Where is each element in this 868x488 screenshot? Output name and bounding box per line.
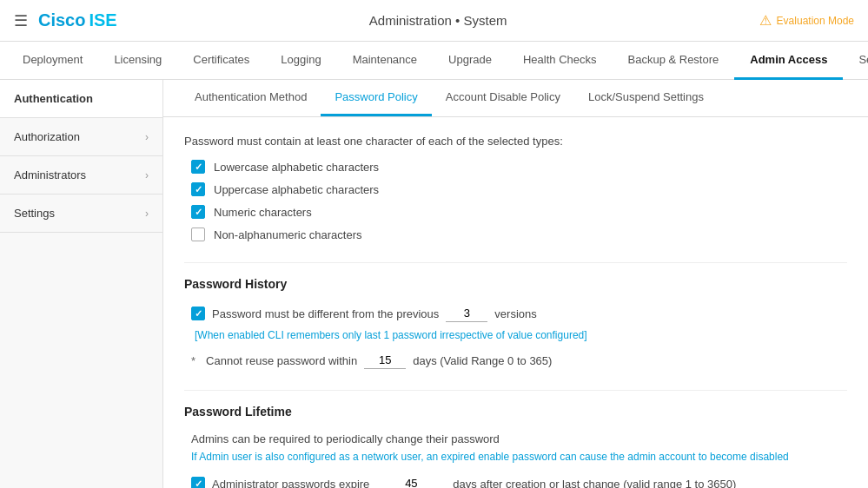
tab-healthchecks[interactable]: Health Checks [507, 42, 613, 80]
history-note: [When enabled CLI remembers only last 1 … [195, 329, 587, 341]
sidebar: Authentication Authorization › Administr… [0, 80, 163, 488]
subtab-password-policy[interactable]: Password Policy [321, 80, 431, 116]
history-versions-row: Password must be different from the prev… [191, 305, 847, 341]
checkbox-row-numeric: Numeric characters [191, 205, 847, 219]
sidebar-item-administrators[interactable]: Administrators › [0, 156, 162, 195]
expire-prefix-label: Administrator passwords expire [212, 478, 369, 489]
sidebar-item-authentication-label: Authentication [14, 92, 93, 105]
expire-suffix-label: days after creation or last change (vali… [453, 478, 736, 489]
cisco-logo: Cisco ISE [38, 10, 117, 30]
asterisk-icon: * [191, 354, 195, 367]
top-bar: ☰ Cisco ISE Administration • System ⚠ Ev… [0, 0, 868, 42]
reuse-days-input[interactable] [364, 352, 406, 369]
password-types-section: Password must contain at least one chara… [184, 135, 847, 241]
hamburger-icon[interactable]: ☰ [14, 11, 28, 30]
tab-maintenance[interactable]: Maintenance [337, 42, 433, 80]
password-history-section: Password History Password must be differ… [184, 277, 847, 369]
password-lifetime-title: Password Lifetime [184, 405, 847, 419]
password-history-title: Password History [184, 277, 847, 291]
tab-certificates[interactable]: Certificates [177, 42, 265, 80]
form-content: Password must contain at least one chara… [163, 117, 868, 488]
expire-days-input[interactable] [376, 475, 446, 488]
password-types-description: Password must contain at least one chara… [184, 135, 847, 148]
reuse-suffix-label: days (Valid Range 0 to 365) [413, 354, 552, 367]
tab-deployment[interactable]: Deployment [7, 42, 98, 80]
checkbox-lowercase[interactable] [191, 160, 205, 174]
lifetime-warning: If Admin user is also configured as a ne… [191, 451, 847, 463]
subtab-account-disable[interactable]: Account Disable Policy [432, 80, 574, 116]
tab-backuprestore[interactable]: Backup & Restore [613, 42, 735, 80]
checkbox-numeric[interactable] [191, 205, 205, 219]
chevron-right-icon: › [145, 169, 149, 181]
content-area: Authentication Method Password Policy Ac… [163, 80, 868, 488]
eval-mode-badge: ⚠ Evaluation Mode [759, 12, 854, 29]
label-numeric: Numeric characters [214, 206, 312, 219]
lifetime-description: Admins can be required to periodically c… [191, 432, 847, 445]
expire-row: Administrator passwords expire days afte… [191, 475, 847, 488]
label-nonalpha: Non-alphanumeric characters [214, 228, 362, 241]
tab-settings[interactable]: Settings [843, 42, 868, 80]
subtab-lock-suspend[interactable]: Lock/Suspend Settings [574, 80, 718, 116]
sidebar-item-administrators-label: Administrators [14, 168, 86, 181]
sidebar-item-settings-label: Settings [14, 207, 55, 220]
ise-text: ISE [89, 10, 116, 30]
checkbox-history[interactable] [191, 307, 205, 320]
tab-licensing[interactable]: Licensing [98, 42, 177, 80]
divider-1 [184, 262, 847, 263]
label-lowercase: Lowercase alphabetic characters [214, 161, 379, 174]
page-title: Administration • System [117, 13, 759, 28]
checkbox-row-uppercase: Uppercase alphabetic characters [191, 182, 847, 196]
tab-upgrade[interactable]: Upgrade [433, 42, 507, 80]
checkbox-row-nonalpha: Non-alphanumeric characters [191, 228, 847, 241]
history-prefix-label: Password must be different from the prev… [212, 307, 439, 320]
tab-adminaccess[interactable]: Admin Access [734, 42, 843, 80]
checkbox-uppercase[interactable] [191, 182, 205, 196]
sidebar-item-authorization[interactable]: Authorization › [0, 118, 162, 156]
reuse-prefix-label: Cannot reuse password within [206, 354, 357, 367]
checkbox-nonalpha[interactable] [191, 228, 205, 241]
eval-mode-label: Evaluation Mode [777, 15, 854, 27]
sub-tabs: Authentication Method Password Policy Ac… [163, 80, 868, 117]
tab-logging[interactable]: Logging [265, 42, 336, 80]
nav-tabs: Deployment Licensing Certificates Loggin… [0, 42, 868, 80]
sidebar-item-settings[interactable]: Settings › [0, 195, 162, 233]
history-versions-input[interactable] [446, 305, 487, 322]
chevron-right-icon: › [145, 208, 149, 220]
chevron-right-icon: › [145, 131, 149, 143]
history-versions-label: versions [494, 307, 536, 320]
main-layout: Authentication Authorization › Administr… [0, 80, 868, 488]
warning-icon: ⚠ [759, 12, 772, 29]
label-uppercase: Uppercase alphabetic characters [214, 183, 379, 196]
subtab-auth-method[interactable]: Authentication Method [181, 80, 321, 116]
history-reuse-row: * Cannot reuse password within days (Val… [191, 352, 847, 369]
checkbox-expire[interactable] [191, 477, 205, 488]
divider-2 [184, 390, 847, 391]
checkbox-row-lowercase: Lowercase alphabetic characters [191, 160, 847, 174]
password-lifetime-section: Password Lifetime Admins can be required… [184, 405, 847, 488]
sidebar-item-authorization-label: Authorization [14, 130, 80, 143]
cisco-text: Cisco [38, 10, 85, 30]
sidebar-item-authentication[interactable]: Authentication [0, 80, 162, 118]
